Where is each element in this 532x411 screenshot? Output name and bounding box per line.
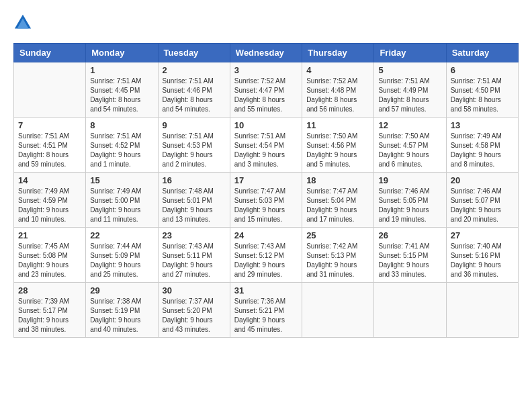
day-info: Sunrise: 7:51 AM Sunset: 4:51 PM Dayligh… — [18, 132, 81, 169]
day-info: Sunrise: 7:51 AM Sunset: 4:46 PM Dayligh… — [163, 77, 226, 114]
calendar-cell: 4Sunrise: 7:52 AM Sunset: 4:48 PM Daylig… — [302, 62, 374, 118]
weekday-header-friday: Friday — [374, 44, 446, 62]
calendar-header: SundayMondayTuesdayWednesdayThursdayFrid… — [14, 44, 519, 62]
calendar-cell: 3Sunrise: 7:52 AM Sunset: 4:47 PM Daylig… — [230, 62, 302, 118]
logo — [13, 13, 35, 32]
calendar-cell: 26Sunrise: 7:41 AM Sunset: 5:15 PM Dayli… — [374, 228, 446, 283]
day-number: 18 — [306, 175, 369, 185]
weekday-header-thursday: Thursday — [302, 44, 374, 62]
day-info: Sunrise: 7:39 AM Sunset: 5:17 PM Dayligh… — [18, 297, 81, 334]
calendar-table: SundayMondayTuesdayWednesdayThursdayFrid… — [13, 43, 519, 338]
calendar-cell: 1Sunrise: 7:51 AM Sunset: 4:45 PM Daylig… — [86, 62, 158, 118]
day-number: 27 — [451, 230, 514, 240]
day-info: Sunrise: 7:51 AM Sunset: 4:52 PM Dayligh… — [90, 132, 153, 169]
day-info: Sunrise: 7:45 AM Sunset: 5:08 PM Dayligh… — [18, 242, 81, 279]
calendar-cell: 7Sunrise: 7:51 AM Sunset: 4:51 PM Daylig… — [14, 118, 86, 173]
calendar-cell: 5Sunrise: 7:51 AM Sunset: 4:49 PM Daylig… — [374, 62, 446, 118]
day-info: Sunrise: 7:51 AM Sunset: 4:54 PM Dayligh… — [234, 132, 298, 169]
calendar-cell: 8Sunrise: 7:51 AM Sunset: 4:52 PM Daylig… — [86, 118, 158, 173]
calendar-cell: 29Sunrise: 7:38 AM Sunset: 5:19 PM Dayli… — [86, 283, 158, 338]
day-number: 25 — [306, 230, 369, 240]
calendar-cell: 19Sunrise: 7:46 AM Sunset: 5:05 PM Dayli… — [374, 173, 446, 228]
day-number: 8 — [90, 120, 153, 130]
day-info: Sunrise: 7:48 AM Sunset: 5:01 PM Dayligh… — [163, 187, 226, 224]
calendar-cell: 13Sunrise: 7:49 AM Sunset: 4:58 PM Dayli… — [446, 118, 518, 173]
day-number: 12 — [378, 120, 441, 130]
day-info: Sunrise: 7:49 AM Sunset: 4:59 PM Dayligh… — [18, 187, 81, 224]
calendar-cell: 20Sunrise: 7:46 AM Sunset: 5:07 PM Dayli… — [446, 173, 518, 228]
day-info: Sunrise: 7:37 AM Sunset: 5:20 PM Dayligh… — [163, 297, 226, 334]
calendar-cell: 12Sunrise: 7:50 AM Sunset: 4:57 PM Dayli… — [374, 118, 446, 173]
calendar-cell: 15Sunrise: 7:49 AM Sunset: 5:00 PM Dayli… — [86, 173, 158, 228]
day-number: 19 — [378, 175, 441, 185]
day-number: 23 — [163, 230, 226, 240]
calendar-cell — [14, 62, 86, 118]
calendar-cell — [446, 283, 518, 338]
day-number: 28 — [18, 285, 81, 295]
day-number: 2 — [163, 65, 226, 75]
calendar-cell: 17Sunrise: 7:47 AM Sunset: 5:03 PM Dayli… — [230, 173, 302, 228]
day-info: Sunrise: 7:52 AM Sunset: 4:47 PM Dayligh… — [234, 77, 298, 114]
day-number: 24 — [234, 230, 298, 240]
day-number: 30 — [163, 285, 226, 295]
day-info: Sunrise: 7:36 AM Sunset: 5:21 PM Dayligh… — [234, 297, 298, 334]
day-info: Sunrise: 7:50 AM Sunset: 4:57 PM Dayligh… — [378, 132, 441, 169]
day-number: 31 — [234, 285, 298, 295]
day-number: 15 — [90, 175, 153, 185]
page-header — [13, 13, 519, 32]
day-number: 3 — [234, 65, 298, 75]
day-number: 7 — [18, 120, 81, 130]
day-info: Sunrise: 7:46 AM Sunset: 5:07 PM Dayligh… — [451, 187, 514, 224]
calendar-cell: 28Sunrise: 7:39 AM Sunset: 5:17 PM Dayli… — [14, 283, 86, 338]
day-info: Sunrise: 7:43 AM Sunset: 5:11 PM Dayligh… — [163, 242, 226, 279]
day-info: Sunrise: 7:38 AM Sunset: 5:19 PM Dayligh… — [90, 297, 153, 334]
day-number: 10 — [234, 120, 298, 130]
calendar-cell: 24Sunrise: 7:43 AM Sunset: 5:12 PM Dayli… — [230, 228, 302, 283]
day-number: 13 — [451, 120, 514, 130]
calendar-cell: 6Sunrise: 7:51 AM Sunset: 4:50 PM Daylig… — [446, 62, 518, 118]
day-info: Sunrise: 7:41 AM Sunset: 5:15 PM Dayligh… — [378, 242, 441, 279]
weekday-header-sunday: Sunday — [14, 44, 86, 62]
calendar-cell — [374, 283, 446, 338]
day-info: Sunrise: 7:49 AM Sunset: 5:00 PM Dayligh… — [90, 187, 153, 224]
weekday-header-monday: Monday — [86, 44, 158, 62]
calendar-cell: 16Sunrise: 7:48 AM Sunset: 5:01 PM Dayli… — [158, 173, 230, 228]
calendar-cell: 14Sunrise: 7:49 AM Sunset: 4:59 PM Dayli… — [14, 173, 86, 228]
day-number: 6 — [451, 65, 514, 75]
day-number: 29 — [90, 285, 153, 295]
logo-icon — [13, 13, 32, 32]
day-info: Sunrise: 7:51 AM Sunset: 4:50 PM Dayligh… — [451, 77, 514, 114]
calendar-body: 1Sunrise: 7:51 AM Sunset: 4:45 PM Daylig… — [14, 62, 519, 338]
day-info: Sunrise: 7:44 AM Sunset: 5:09 PM Dayligh… — [90, 242, 153, 279]
day-info: Sunrise: 7:52 AM Sunset: 4:48 PM Dayligh… — [306, 77, 369, 114]
day-info: Sunrise: 7:51 AM Sunset: 4:45 PM Dayligh… — [90, 77, 153, 114]
day-number: 22 — [90, 230, 153, 240]
calendar-cell: 10Sunrise: 7:51 AM Sunset: 4:54 PM Dayli… — [230, 118, 302, 173]
weekday-header-row: SundayMondayTuesdayWednesdayThursdayFrid… — [14, 44, 519, 62]
day-info: Sunrise: 7:51 AM Sunset: 4:53 PM Dayligh… — [163, 132, 226, 169]
day-number: 9 — [163, 120, 226, 130]
calendar-week-row: 7Sunrise: 7:51 AM Sunset: 4:51 PM Daylig… — [14, 118, 519, 173]
day-info: Sunrise: 7:49 AM Sunset: 4:58 PM Dayligh… — [451, 132, 514, 169]
day-number: 26 — [378, 230, 441, 240]
day-number: 1 — [90, 65, 153, 75]
day-number: 16 — [163, 175, 226, 185]
calendar-cell: 22Sunrise: 7:44 AM Sunset: 5:09 PM Dayli… — [86, 228, 158, 283]
calendar-cell: 30Sunrise: 7:37 AM Sunset: 5:20 PM Dayli… — [158, 283, 230, 338]
calendar-cell: 2Sunrise: 7:51 AM Sunset: 4:46 PM Daylig… — [158, 62, 230, 118]
day-number: 4 — [306, 65, 369, 75]
calendar-cell: 31Sunrise: 7:36 AM Sunset: 5:21 PM Dayli… — [230, 283, 302, 338]
day-info: Sunrise: 7:50 AM Sunset: 4:56 PM Dayligh… — [306, 132, 369, 169]
day-info: Sunrise: 7:40 AM Sunset: 5:16 PM Dayligh… — [451, 242, 514, 279]
weekday-header-saturday: Saturday — [446, 44, 518, 62]
day-number: 17 — [234, 175, 298, 185]
day-info: Sunrise: 7:46 AM Sunset: 5:05 PM Dayligh… — [378, 187, 441, 224]
calendar-cell: 9Sunrise: 7:51 AM Sunset: 4:53 PM Daylig… — [158, 118, 230, 173]
day-number: 5 — [378, 65, 441, 75]
calendar-cell: 21Sunrise: 7:45 AM Sunset: 5:08 PM Dayli… — [14, 228, 86, 283]
calendar-cell: 18Sunrise: 7:47 AM Sunset: 5:04 PM Dayli… — [302, 173, 374, 228]
calendar-week-row: 21Sunrise: 7:45 AM Sunset: 5:08 PM Dayli… — [14, 228, 519, 283]
day-info: Sunrise: 7:47 AM Sunset: 5:03 PM Dayligh… — [234, 187, 298, 224]
calendar-cell — [302, 283, 374, 338]
calendar-cell: 25Sunrise: 7:42 AM Sunset: 5:13 PM Dayli… — [302, 228, 374, 283]
